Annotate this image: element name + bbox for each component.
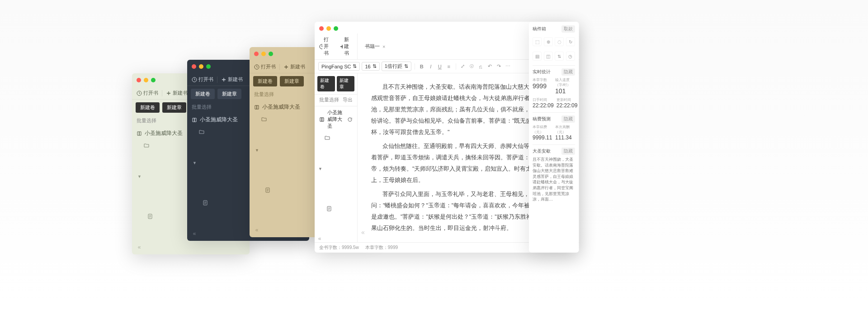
open-book-button[interactable]: 打开书 [137, 90, 158, 96]
stat-label: 本次离酬（元） [555, 124, 575, 134]
new-book-button[interactable]: 新建书 [283, 63, 305, 70]
line-height-select[interactable]: 1倍行距⇅ [382, 62, 411, 71]
chat-icon[interactable]: ◌ [555, 37, 564, 46]
note-body: 且不言天神围娆，大圣安歇。话表南海普陀落伽山大慈大悲救苦救难灵感菩萨，自王母娘娘… [533, 157, 575, 202]
font-select[interactable]: PingFang SC⇅ [318, 62, 360, 71]
book-fee-value: 9999.11 [533, 134, 552, 141]
export-button[interactable]: 导出 [343, 96, 353, 103]
stat-label: 日手时间 [533, 97, 554, 102]
stat-label: 更新时间 [557, 97, 578, 102]
input-speed-value: 101 [555, 87, 575, 95]
reload-icon[interactable] [347, 117, 353, 122]
grid-icon[interactable]: ◫ [544, 52, 553, 61]
realtime-hide[interactable]: 隐藏 [561, 68, 575, 76]
italic-icon[interactable]: I [427, 63, 434, 70]
new-chapter-button[interactable]: 新建章 [280, 76, 304, 86]
open-book-button[interactable]: 打开书 [192, 76, 213, 83]
document-tab[interactable]: 书籍一× [361, 41, 389, 52]
sort-icon[interactable]: ⇅ [555, 52, 564, 61]
clock-icon[interactable]: ◷ [566, 52, 575, 61]
inbox-title: 稿件箱 [533, 26, 546, 32]
chevron-updown-icon: ⇅ [373, 63, 377, 69]
collapse-left-icon[interactable]: « [361, 226, 365, 239]
sidebar: 新建卷 新建章 批量选择 导出 小圣施威降大圣 ▼第一卷 第一章 第二章 ▶第二… [315, 73, 358, 242]
new-chapter-button[interactable]: 新建章 [337, 76, 354, 91]
book-title: 小圣施威降大圣 [200, 116, 238, 124]
align-icon[interactable]: ≡ [445, 63, 453, 70]
new-chapter-button[interactable]: 新建章 [217, 89, 241, 99]
sync-icon[interactable]: ↻ [566, 37, 575, 46]
chevron-updown-icon: ⇅ [353, 63, 357, 69]
stat-label: 输入速度（字/时） [555, 77, 575, 87]
note-hide[interactable]: 隐藏 [561, 148, 575, 155]
unknown-icon[interactable]: ⎌ [477, 63, 485, 70]
stat-label: 本章字数 [533, 77, 552, 82]
batch-select[interactable]: 批量选择 [192, 104, 212, 110]
expand-icon[interactable]: ⤢ [459, 63, 467, 70]
open-book-button[interactable]: 打开书 [254, 63, 276, 70]
book-title: 小圣施威降大圣 [145, 129, 183, 137]
new-chapter-button[interactable]: 新建章 [162, 102, 186, 113]
stats-panel: 稿件箱 取款 ⬚ ⊕ ◌ ↻ ▤ ◫ ⇅ ◷ 实时统计 隐藏 本章字数9999 … [529, 22, 579, 253]
close-tab-icon[interactable]: × [382, 44, 385, 49]
book-title: 小圣施威降大圣 [327, 109, 344, 129]
earnings-title: 稿费预测 [533, 116, 551, 122]
inbox-action[interactable]: 取款 [561, 25, 575, 33]
hide-icon[interactable]: ⦾ [468, 63, 476, 70]
redo-icon[interactable]: ↷ [495, 63, 503, 70]
new-volume-button[interactable]: 新建卷 [136, 102, 160, 113]
collapse-icon[interactable]: « [136, 244, 143, 251]
this-fee-value: 111.34 [555, 134, 575, 141]
underline-icon[interactable]: U [436, 63, 443, 70]
batch-select[interactable]: 批量选择 [319, 96, 339, 103]
book-title: 小圣施威降大圣 [262, 103, 300, 111]
chapter-chars-value: 9999 [533, 82, 552, 90]
new-volume-button[interactable]: 新建卷 [191, 89, 215, 99]
open-book-button[interactable]: 打开书 [319, 36, 332, 57]
traffic-lights[interactable] [315, 22, 343, 33]
total-word-count: 全书字数：9999.5w [319, 244, 359, 251]
realtime-title: 实时统计 [533, 69, 551, 75]
new-volume-button[interactable]: 新建卷 [317, 76, 335, 91]
bold-icon[interactable]: B [418, 63, 425, 70]
outline-volume[interactable]: ▼第一卷 [316, 134, 355, 204]
chapter-word-count: 本章字数：9999 [365, 244, 398, 251]
collapse-icon[interactable]: « [191, 230, 198, 237]
chevron-updown-icon: ⇅ [404, 63, 408, 69]
box-icon[interactable]: ⬚ [533, 37, 542, 46]
batch-select[interactable]: 批量选择 [254, 91, 274, 98]
new-book-button[interactable]: 新建书 [221, 76, 243, 83]
new-book-button[interactable]: 新建书 [166, 90, 188, 96]
earnings-hide[interactable]: 隐藏 [561, 115, 575, 123]
search-icon[interactable]: ⊕ [544, 37, 553, 46]
stat-label: 本章稿费（元） [533, 124, 552, 134]
batch-select[interactable]: 批量选择 [137, 117, 156, 124]
undo-icon[interactable]: ↶ [486, 63, 494, 70]
collapse-icon[interactable]: « [315, 235, 322, 242]
update-time-value: 22:22:09 [557, 102, 578, 109]
more-icon[interactable]: ⋯ [505, 63, 512, 70]
tab-label: 书籍一 [365, 43, 380, 50]
collapse-icon[interactable]: « [253, 226, 260, 234]
outline-chapter[interactable]: 第一章 [316, 205, 355, 235]
today-time-value: 22:22:09 [533, 102, 554, 109]
new-book-button[interactable]: 新建书 [340, 36, 353, 57]
new-volume-button[interactable]: 新建卷 [253, 76, 277, 86]
font-size-select[interactable]: 16⇅ [362, 62, 379, 71]
list-icon[interactable]: ▤ [533, 52, 542, 61]
note-title: 大圣安歇 [533, 148, 551, 154]
